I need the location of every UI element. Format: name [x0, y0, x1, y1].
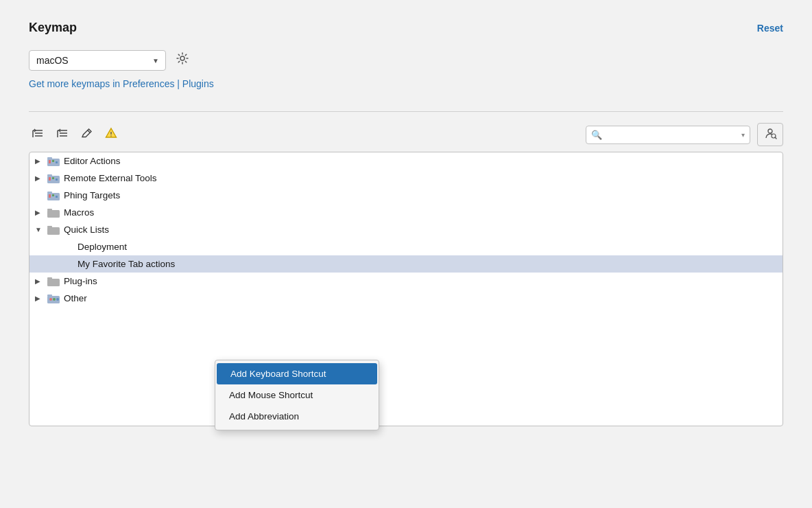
svg-rect-26	[47, 192, 52, 194]
tree-item-editor-actions[interactable]: ▶ Editor Actions	[29, 152, 783, 170]
folder-icon-editor-actions	[47, 157, 60, 166]
warning-icon	[105, 127, 117, 139]
svg-point-0	[180, 56, 184, 60]
svg-rect-29	[56, 196, 58, 198]
svg-point-38	[49, 298, 52, 301]
expand-all-button[interactable]	[29, 126, 47, 143]
svg-rect-19	[56, 161, 58, 163]
svg-rect-33	[47, 226, 52, 228]
keymap-selector-row: macOS Windows Linux Eclipse NetBeans Vis…	[29, 49, 783, 71]
find-action-button[interactable]	[757, 123, 783, 146]
tree-label-quick-lists: Quick Lists	[64, 224, 109, 235]
tree-item-other[interactable]: ▶ Other	[29, 290, 783, 307]
svg-rect-24	[56, 178, 58, 181]
svg-rect-37	[47, 295, 52, 297]
search-chevron-icon: ▾	[741, 131, 745, 139]
divider	[29, 111, 783, 112]
svg-rect-27	[49, 194, 51, 198]
gear-button[interactable]	[173, 49, 192, 71]
collapse-all-icon	[56, 127, 69, 139]
menu-item-add-keyboard-shortcut[interactable]: Add Keyboard Shortcut	[217, 363, 377, 384]
folder-icon-phing-targets	[47, 191, 60, 200]
tree-label-other: Other	[64, 293, 87, 303]
svg-point-40	[56, 298, 59, 301]
reset-button[interactable]: Reset	[757, 23, 783, 34]
chevron-right-plugins: ▶	[35, 277, 43, 285]
tree-label-remote-external-tools: Remote External Tools	[64, 173, 157, 183]
svg-rect-16	[47, 157, 52, 159]
tree-label-my-favorite-tab-actions: My Favorite Tab actions	[77, 259, 175, 269]
gear-icon	[176, 51, 189, 65]
tree-label-deployment: Deployment	[77, 242, 127, 252]
tree-label-phing-targets: Phing Targets	[64, 190, 120, 200]
svg-rect-28	[52, 194, 54, 196]
warning-button[interactable]	[102, 126, 120, 143]
tree-item-quick-lists[interactable]: ▼ Quick Lists	[29, 221, 783, 238]
tree-container: ▶ Editor Actions ▶ Remote External Tools	[29, 152, 783, 426]
chevron-down-quicklists: ▼	[35, 226, 43, 233]
collapse-all-button[interactable]	[53, 126, 71, 143]
menu-item-add-mouse-shortcut[interactable]: Add Mouse Shortcut	[215, 384, 379, 406]
tree-label-editor-actions: Editor Actions	[64, 156, 121, 166]
tree-item-my-favorite-tab-actions[interactable]: My Favorite Tab actions	[29, 255, 783, 273]
tree-item-plug-ins[interactable]: ▶ Plug-ins	[29, 273, 783, 290]
chevron-right-macros: ▶	[35, 209, 43, 216]
search-input[interactable]	[586, 126, 750, 144]
context-menu: Add Keyboard Shortcut Add Mouse Shortcut…	[215, 360, 379, 430]
svg-rect-23	[52, 177, 54, 179]
chevron-right-icon: ▶	[35, 157, 43, 165]
svg-rect-21	[47, 174, 52, 176]
keymap-select-wrapper: macOS Windows Linux Eclipse NetBeans Vis…	[29, 50, 166, 71]
folder-icon-quick-lists	[47, 225, 60, 235]
svg-rect-34	[47, 279, 60, 286]
folder-icon-other	[47, 294, 60, 303]
folder-icon-plug-ins	[47, 277, 60, 286]
toolbar-row: 🔍 ▾	[29, 123, 783, 146]
svg-point-11	[110, 135, 112, 137]
svg-rect-31	[47, 209, 52, 211]
folder-icon-macros	[47, 208, 60, 218]
toolbar-left	[29, 126, 120, 143]
edit-icon	[81, 128, 93, 139]
tree-item-phing-targets[interactable]: Phing Targets	[29, 187, 783, 204]
svg-point-12	[768, 129, 772, 133]
keymap-panel: Keymap Reset macOS Windows Linux Eclipse…	[29, 21, 783, 426]
prefs-link[interactable]: Get more keymaps in Preferences | Plugin…	[29, 78, 214, 89]
svg-point-39	[53, 298, 56, 301]
tree-label-plug-ins: Plug-ins	[64, 276, 97, 286]
svg-rect-32	[47, 227, 60, 235]
svg-rect-30	[47, 210, 60, 218]
svg-rect-22	[49, 177, 51, 181]
tree-label-macros: Macros	[64, 207, 94, 218]
svg-line-14	[775, 137, 776, 139]
toolbar-right: 🔍 ▾	[586, 123, 783, 146]
find-shortcut-icon	[763, 126, 777, 140]
chevron-right-other: ▶	[35, 295, 43, 302]
svg-rect-18	[52, 160, 54, 162]
folder-icon-remote-external-tools	[47, 174, 60, 183]
svg-rect-17	[49, 160, 51, 163]
panel-title: Keymap	[29, 21, 77, 35]
tree-item-deployment[interactable]: Deployment	[29, 238, 783, 255]
tree-item-remote-external-tools[interactable]: ▶ Remote External Tools	[29, 170, 783, 187]
search-wrapper: 🔍 ▾	[586, 126, 750, 144]
edit-button[interactable]	[78, 126, 95, 143]
keymap-select[interactable]: macOS Windows Linux Eclipse NetBeans Vis…	[29, 50, 166, 71]
search-icon: 🔍	[591, 130, 602, 140]
panel-header: Keymap Reset	[29, 21, 783, 35]
chevron-right-icon-2: ▶	[35, 174, 43, 182]
svg-rect-35	[47, 277, 52, 279]
menu-item-add-abbreviation[interactable]: Add Abbreviation	[215, 406, 379, 427]
expand-all-icon	[32, 127, 44, 139]
tree-item-macros[interactable]: ▶ Macros	[29, 204, 783, 221]
